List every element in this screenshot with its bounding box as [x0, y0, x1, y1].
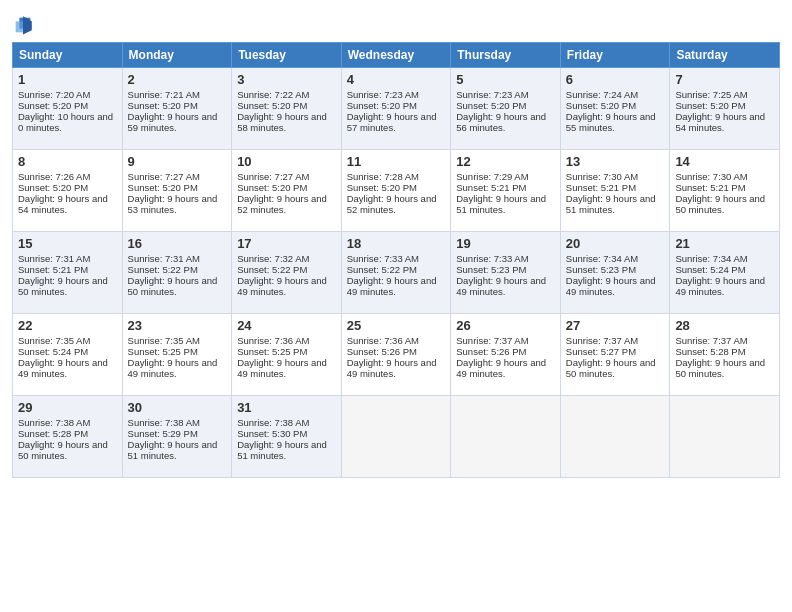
day-number: 18: [347, 236, 446, 251]
day-cell: 13Sunrise: 7:30 AMSunset: 5:21 PMDayligh…: [560, 150, 670, 232]
sunrise-label: Sunrise: 7:22 AM: [237, 89, 309, 100]
day-cell: 5Sunrise: 7:23 AMSunset: 5:20 PMDaylight…: [451, 68, 561, 150]
sunrise-label: Sunrise: 7:21 AM: [128, 89, 200, 100]
sunrise-label: Sunrise: 7:37 AM: [456, 335, 528, 346]
sunrise-label: Sunrise: 7:38 AM: [18, 417, 90, 428]
day-cell: 7Sunrise: 7:25 AMSunset: 5:20 PMDaylight…: [670, 68, 780, 150]
week-row-1: 1Sunrise: 7:20 AMSunset: 5:20 PMDaylight…: [13, 68, 780, 150]
day-cell: 23Sunrise: 7:35 AMSunset: 5:25 PMDayligh…: [122, 314, 232, 396]
sunset-label: Sunset: 5:30 PM: [237, 428, 307, 439]
day-number: 30: [128, 400, 227, 415]
sunset-label: Sunset: 5:20 PM: [347, 100, 417, 111]
day-cell: 3Sunrise: 7:22 AMSunset: 5:20 PMDaylight…: [232, 68, 342, 150]
day-cell: 30Sunrise: 7:38 AMSunset: 5:29 PMDayligh…: [122, 396, 232, 478]
sunrise-label: Sunrise: 7:38 AM: [128, 417, 200, 428]
sunset-label: Sunset: 5:26 PM: [456, 346, 526, 357]
sunset-label: Sunset: 5:22 PM: [347, 264, 417, 275]
sunrise-label: Sunrise: 7:26 AM: [18, 171, 90, 182]
sunset-label: Sunset: 5:26 PM: [347, 346, 417, 357]
day-cell: 27Sunrise: 7:37 AMSunset: 5:27 PMDayligh…: [560, 314, 670, 396]
day-cell: 17Sunrise: 7:32 AMSunset: 5:22 PMDayligh…: [232, 232, 342, 314]
day-number: 10: [237, 154, 336, 169]
day-number: 3: [237, 72, 336, 87]
day-number: 8: [18, 154, 117, 169]
day-number: 9: [128, 154, 227, 169]
day-number: 29: [18, 400, 117, 415]
calendar-header-row: SundayMondayTuesdayWednesdayThursdayFrid…: [13, 43, 780, 68]
daylight-label: Daylight: 9 hours and 51 minutes.: [456, 193, 546, 215]
sunrise-label: Sunrise: 7:20 AM: [18, 89, 90, 100]
day-number: 14: [675, 154, 774, 169]
sunset-label: Sunset: 5:24 PM: [18, 346, 88, 357]
day-number: 23: [128, 318, 227, 333]
sunrise-label: Sunrise: 7:35 AM: [18, 335, 90, 346]
sunrise-label: Sunrise: 7:30 AM: [675, 171, 747, 182]
sunrise-label: Sunrise: 7:33 AM: [456, 253, 528, 264]
daylight-label: Daylight: 9 hours and 51 minutes.: [128, 439, 218, 461]
day-cell: 28Sunrise: 7:37 AMSunset: 5:28 PMDayligh…: [670, 314, 780, 396]
col-header-tuesday: Tuesday: [232, 43, 342, 68]
day-cell: 1Sunrise: 7:20 AMSunset: 5:20 PMDaylight…: [13, 68, 123, 150]
day-number: 26: [456, 318, 555, 333]
sunset-label: Sunset: 5:20 PM: [237, 182, 307, 193]
day-number: 16: [128, 236, 227, 251]
col-header-thursday: Thursday: [451, 43, 561, 68]
daylight-label: Daylight: 9 hours and 49 minutes.: [128, 357, 218, 379]
daylight-label: Daylight: 9 hours and 50 minutes.: [18, 439, 108, 461]
day-number: 20: [566, 236, 665, 251]
sunrise-label: Sunrise: 7:34 AM: [675, 253, 747, 264]
daylight-label: Daylight: 9 hours and 50 minutes.: [675, 357, 765, 379]
daylight-label: Daylight: 9 hours and 52 minutes.: [347, 193, 437, 215]
day-cell: [670, 396, 780, 478]
sunrise-label: Sunrise: 7:34 AM: [566, 253, 638, 264]
daylight-label: Daylight: 10 hours and 0 minutes.: [18, 111, 113, 133]
day-cell: 2Sunrise: 7:21 AMSunset: 5:20 PMDaylight…: [122, 68, 232, 150]
sunrise-label: Sunrise: 7:32 AM: [237, 253, 309, 264]
daylight-label: Daylight: 9 hours and 50 minutes.: [675, 193, 765, 215]
day-cell: 14Sunrise: 7:30 AMSunset: 5:21 PMDayligh…: [670, 150, 780, 232]
day-cell: 9Sunrise: 7:27 AMSunset: 5:20 PMDaylight…: [122, 150, 232, 232]
sunrise-label: Sunrise: 7:24 AM: [566, 89, 638, 100]
sunset-label: Sunset: 5:21 PM: [456, 182, 526, 193]
sunset-label: Sunset: 5:27 PM: [566, 346, 636, 357]
day-number: 6: [566, 72, 665, 87]
page-header: [12, 10, 780, 36]
calendar-table: SundayMondayTuesdayWednesdayThursdayFrid…: [12, 42, 780, 478]
week-row-3: 15Sunrise: 7:31 AMSunset: 5:21 PMDayligh…: [13, 232, 780, 314]
svg-marker-2: [23, 16, 32, 34]
col-header-monday: Monday: [122, 43, 232, 68]
logo-icon: [12, 14, 34, 36]
daylight-label: Daylight: 9 hours and 54 minutes.: [18, 193, 108, 215]
day-cell: 26Sunrise: 7:37 AMSunset: 5:26 PMDayligh…: [451, 314, 561, 396]
sunrise-label: Sunrise: 7:37 AM: [566, 335, 638, 346]
sunset-label: Sunset: 5:24 PM: [675, 264, 745, 275]
day-number: 24: [237, 318, 336, 333]
sunset-label: Sunset: 5:22 PM: [128, 264, 198, 275]
day-cell: 4Sunrise: 7:23 AMSunset: 5:20 PMDaylight…: [341, 68, 451, 150]
sunset-label: Sunset: 5:29 PM: [128, 428, 198, 439]
daylight-label: Daylight: 9 hours and 59 minutes.: [128, 111, 218, 133]
day-cell: 20Sunrise: 7:34 AMSunset: 5:23 PMDayligh…: [560, 232, 670, 314]
day-cell: 8Sunrise: 7:26 AMSunset: 5:20 PMDaylight…: [13, 150, 123, 232]
sunset-label: Sunset: 5:23 PM: [456, 264, 526, 275]
day-number: 17: [237, 236, 336, 251]
sunset-label: Sunset: 5:20 PM: [675, 100, 745, 111]
day-number: 31: [237, 400, 336, 415]
day-number: 4: [347, 72, 446, 87]
week-row-2: 8Sunrise: 7:26 AMSunset: 5:20 PMDaylight…: [13, 150, 780, 232]
daylight-label: Daylight: 9 hours and 49 minutes.: [675, 275, 765, 297]
sunset-label: Sunset: 5:22 PM: [237, 264, 307, 275]
daylight-label: Daylight: 9 hours and 49 minutes.: [566, 275, 656, 297]
day-cell: [341, 396, 451, 478]
col-header-sunday: Sunday: [13, 43, 123, 68]
sunset-label: Sunset: 5:20 PM: [237, 100, 307, 111]
day-cell: 15Sunrise: 7:31 AMSunset: 5:21 PMDayligh…: [13, 232, 123, 314]
day-number: 21: [675, 236, 774, 251]
day-number: 28: [675, 318, 774, 333]
sunrise-label: Sunrise: 7:30 AM: [566, 171, 638, 182]
day-number: 15: [18, 236, 117, 251]
sunset-label: Sunset: 5:20 PM: [128, 100, 198, 111]
day-cell: 11Sunrise: 7:28 AMSunset: 5:20 PMDayligh…: [341, 150, 451, 232]
day-number: 19: [456, 236, 555, 251]
logo: [12, 14, 37, 36]
